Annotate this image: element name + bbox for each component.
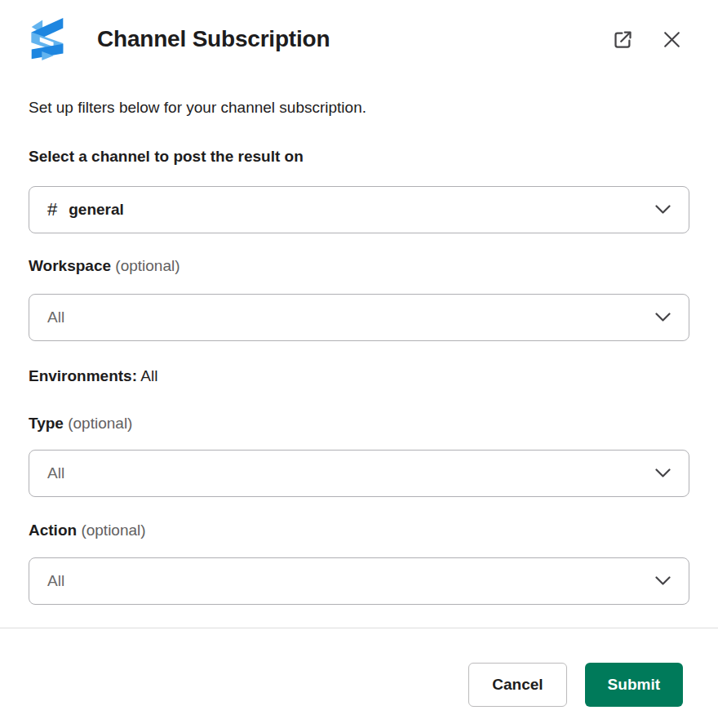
action-select[interactable]: All (29, 557, 689, 605)
app-logo-icon (29, 18, 66, 60)
channel-select-value: general (69, 201, 124, 219)
type-select-value: All (47, 464, 64, 482)
type-label-text: Type (29, 415, 64, 432)
environments-label: Environments: (29, 367, 137, 384)
chevron-down-icon (655, 468, 671, 478)
modal-footer: Cancel Submit (0, 628, 718, 707)
workspace-select[interactable]: All (29, 294, 689, 341)
environments-line: Environments: All (29, 365, 689, 388)
close-icon (662, 29, 682, 50)
workspace-optional-text: (optional) (115, 257, 180, 274)
channel-select[interactable]: # general (29, 186, 689, 233)
type-optional-text: (optional) (68, 415, 132, 432)
chevron-down-icon (655, 313, 671, 322)
chevron-down-icon (655, 205, 671, 215)
workspace-select-value: All (47, 309, 64, 326)
workspace-label: Workspace (optional) (29, 255, 689, 277)
intro-text: Set up filters below for your channel su… (29, 96, 689, 119)
environments-value: All (140, 367, 157, 384)
external-link-icon (612, 29, 634, 51)
hash-icon: # (47, 199, 57, 220)
workspace-label-text: Workspace (29, 257, 111, 274)
cancel-button[interactable]: Cancel (468, 663, 566, 707)
type-select[interactable]: All (29, 450, 689, 497)
action-optional-text: (optional) (81, 522, 145, 539)
submit-button[interactable]: Submit (585, 663, 683, 707)
chevron-down-icon (655, 576, 671, 586)
type-label: Type (optional) (29, 412, 689, 435)
modal-header: Channel Subscription (0, 0, 718, 60)
action-label: Action (optional) (29, 519, 689, 542)
channel-select-label: Select a channel to post the result on (29, 145, 689, 168)
modal-title: Channel Subscription (97, 26, 330, 52)
open-external-button[interactable] (609, 25, 637, 54)
close-button[interactable] (658, 26, 685, 53)
channel-subscription-modal: Channel Subscription Set up filters belo… (0, 0, 718, 728)
action-select-value: All (47, 572, 64, 590)
modal-body: Set up filters below for your channel su… (0, 96, 718, 605)
action-label-text: Action (29, 522, 77, 539)
